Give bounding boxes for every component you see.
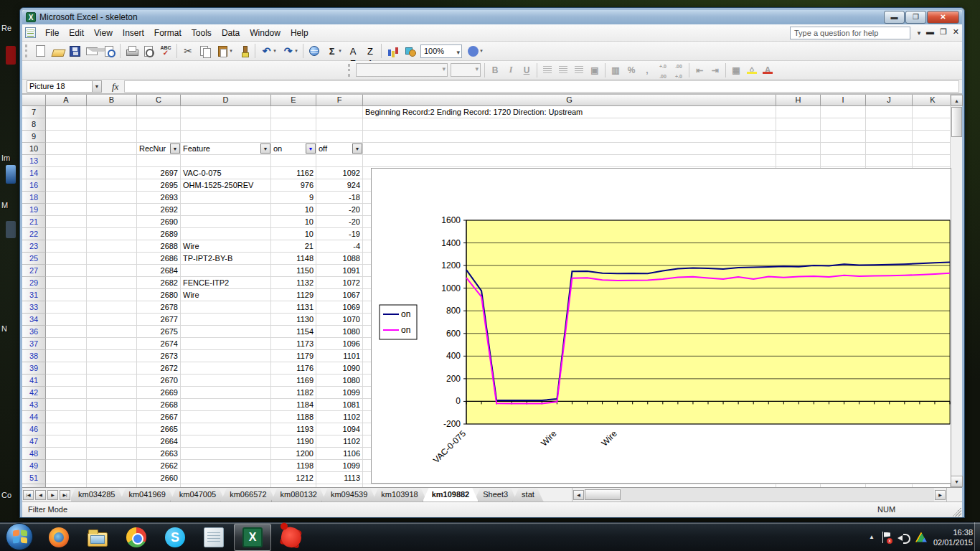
taskbar-app-chrome[interactable]	[118, 524, 155, 551]
column-header-G[interactable]: G	[363, 95, 776, 106]
cell-E38[interactable]: 1179	[271, 350, 316, 362]
sort-descending-button[interactable]: ZA	[362, 43, 379, 59]
row-header-31[interactable]: 31	[22, 289, 46, 301]
cell-B19[interactable]	[87, 204, 137, 216]
column-header-B[interactable]: B	[87, 95, 137, 106]
name-box-dropdown-icon[interactable]: ▼	[93, 80, 102, 93]
cell-A42[interactable]	[46, 387, 87, 399]
sort-ascending-button[interactable]: AZ	[344, 43, 362, 59]
percent-button[interactable]: %	[623, 65, 639, 75]
autofilter-dropdown-Feature[interactable]: ▼	[260, 143, 270, 154]
cell-F37[interactable]: 1096	[316, 338, 363, 350]
cell-B21[interactable]	[87, 216, 137, 228]
cell-C44[interactable]: 2667	[137, 411, 181, 423]
horizontal-scrollbar[interactable]: ◀ ▶	[572, 488, 946, 501]
menu-help[interactable]: Help	[286, 26, 314, 40]
cell-E14[interactable]: 1162	[271, 167, 316, 179]
cell-F38[interactable]: 1101	[316, 350, 363, 362]
cell-C16[interactable]: 2695	[137, 179, 181, 192]
cell-A21[interactable]	[46, 216, 87, 228]
cell-A36[interactable]	[46, 326, 87, 338]
row-header-37[interactable]: 37	[22, 338, 46, 350]
cell-C9[interactable]	[137, 131, 181, 143]
menu-file[interactable]: File	[40, 26, 64, 40]
cell-D31[interactable]: Wire	[181, 289, 271, 301]
cell-I8[interactable]	[821, 118, 866, 131]
row-header-19[interactable]: 19	[22, 204, 46, 216]
cell-C13[interactable]	[137, 155, 181, 167]
cell-A7[interactable]	[46, 106, 87, 118]
mdi-restore-button[interactable]: ❐	[940, 27, 947, 37]
cell-A18[interactable]	[46, 192, 87, 204]
sheet-tab-km041969[interactable]: km041969	[119, 488, 174, 501]
cell-B9[interactable]	[87, 131, 137, 143]
menu-edit[interactable]: Edit	[64, 26, 89, 40]
row-header-49[interactable]: 49	[22, 460, 46, 472]
minimize-button[interactable]: ▬	[884, 11, 905, 24]
cell-F36[interactable]: 1080	[316, 326, 363, 338]
cell-E47[interactable]: 1190	[271, 435, 316, 448]
cell-E25[interactable]: 1148	[271, 253, 316, 265]
cell-C48[interactable]: 2663	[137, 448, 181, 460]
cell-E16[interactable]: 976	[271, 179, 316, 192]
row-header-43[interactable]: 43	[22, 399, 46, 411]
cell-C51[interactable]: 2660	[137, 472, 181, 484]
cell-B33[interactable]	[87, 301, 137, 314]
column-header-D[interactable]: D	[181, 95, 271, 106]
cell-B46[interactable]	[87, 423, 137, 435]
cell-F18[interactable]: -18	[316, 192, 363, 204]
cell-E34[interactable]: 1130	[271, 314, 316, 326]
cell-F23[interactable]: -4	[316, 240, 363, 253]
cell-C7[interactable]	[137, 106, 181, 118]
row-header-7[interactable]: 7	[22, 106, 46, 118]
cell-A51[interactable]	[46, 472, 87, 484]
decrease-indent-button[interactable]: ⇤	[692, 65, 707, 75]
cell-E8[interactable]	[271, 118, 316, 131]
column-header-H[interactable]: H	[776, 95, 821, 106]
cell-C29[interactable]: 2682	[137, 277, 181, 289]
close-button[interactable]: ✕	[927, 11, 959, 24]
cell-E31[interactable]: 1129	[271, 289, 316, 301]
undo-button[interactable]: ▾	[258, 43, 279, 59]
row-header-46[interactable]: 46	[22, 423, 46, 435]
cell-D21[interactable]	[181, 216, 271, 228]
cell-C27[interactable]: 2684	[137, 265, 181, 277]
cell-G13[interactable]	[363, 155, 776, 167]
cell-D7[interactable]	[181, 106, 271, 118]
cell-A37[interactable]	[46, 338, 87, 350]
vertical-scrollbar[interactable]: ▲ ▼	[950, 95, 962, 487]
cell-F43[interactable]: 1081	[316, 399, 363, 411]
cell-H9[interactable]	[776, 131, 821, 143]
row-header-8[interactable]: 8	[22, 118, 46, 131]
select-all-corner[interactable]	[22, 95, 46, 106]
cell-F33[interactable]: 1069	[316, 301, 363, 314]
cell-A47[interactable]	[46, 435, 87, 448]
increase-indent-button[interactable]: ⇥	[707, 65, 723, 75]
cell-C25[interactable]: 2686	[137, 253, 181, 265]
menu-format[interactable]: Format	[149, 26, 187, 40]
open-button[interactable]	[49, 43, 66, 59]
cell-E37[interactable]: 1173	[271, 338, 316, 350]
cell-C10[interactable]: RecNur▼	[137, 143, 181, 155]
cell-D43[interactable]	[181, 399, 271, 411]
column-header-J[interactable]: J	[866, 95, 913, 106]
row-header-48[interactable]: 48	[22, 448, 46, 460]
cell-E23[interactable]: 21	[271, 240, 316, 253]
cell-E33[interactable]: 1131	[271, 301, 316, 314]
cell-C41[interactable]: 2670	[137, 375, 181, 387]
cell-F47[interactable]: 1102	[316, 435, 363, 448]
taskbar-app-skype[interactable]: S	[156, 524, 194, 551]
horizontal-scroll-thumb[interactable]	[585, 489, 621, 500]
cell-B48[interactable]	[87, 448, 137, 460]
cell-D18[interactable]	[181, 192, 271, 204]
cell-C38[interactable]: 2673	[137, 350, 181, 362]
hyperlink-button[interactable]	[306, 43, 323, 59]
cell-G7[interactable]: Beginning Record:2 Ending Record: 1720 D…	[363, 106, 776, 118]
sheet-tab-km103918[interactable]: km103918	[372, 488, 427, 501]
cell-A31[interactable]	[46, 289, 87, 301]
menu-window[interactable]: Window	[245, 26, 286, 40]
column-header-K[interactable]: K	[913, 95, 953, 106]
paste-dropdown-icon[interactable]: ▾	[230, 48, 232, 54]
cell-D16[interactable]: OHM-1525-250REV	[181, 179, 271, 192]
cell-A39[interactable]	[46, 362, 87, 375]
